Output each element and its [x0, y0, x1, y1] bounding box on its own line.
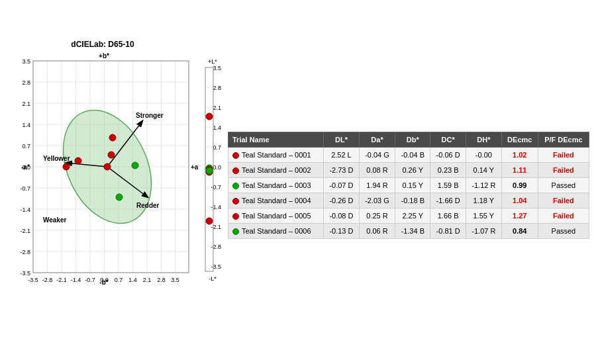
- point-standard: [104, 163, 111, 170]
- cell-dc: 1.59 B: [430, 177, 466, 193]
- cell-db: -0.04 B: [395, 147, 430, 162]
- col-decmc: DEcmc: [501, 132, 538, 147]
- svg-text:-1.4: -1.4: [211, 204, 221, 210]
- green-dot: [232, 183, 239, 189]
- point-0005: [108, 152, 115, 158]
- side-bar: +L* 3.5 2.8 2.1 1.4 0.7 0.0 -0.7 -1.4 -2…: [201, 56, 221, 320]
- svg-text:1.4: 1.4: [22, 122, 30, 128]
- svg-text:-3.5: -3.5: [28, 277, 38, 283]
- point-0001: [63, 163, 70, 170]
- cell-dl: 2.52 L: [324, 147, 360, 162]
- cell-name: Teal Standard – 0001: [228, 147, 324, 162]
- cell-dl: -0.07 D: [324, 177, 360, 193]
- svg-text:0.0: 0.0: [213, 164, 221, 171]
- svg-text:-3.5: -3.5: [211, 263, 221, 270]
- cell-pf: Failed: [538, 193, 589, 208]
- cell-name: Teal Standard – 0006: [228, 224, 324, 239]
- svg-text:0.7: 0.7: [115, 277, 123, 283]
- cell-db: 0.15 Y: [395, 177, 430, 193]
- cell-dc: 1.66 B: [430, 208, 466, 224]
- svg-text:-L*: -L*: [209, 275, 217, 282]
- cell-da: -0.04 G: [359, 147, 395, 162]
- table-row: Teal Standard – 0006 -0.13 D 0.06 R -1.3…: [228, 224, 589, 239]
- svg-text:3.5: 3.5: [213, 65, 221, 71]
- svg-text:Stronger: Stronger: [136, 112, 164, 119]
- col-dl: DL*: [324, 132, 360, 147]
- svg-text:Weaker: Weaker: [43, 216, 67, 224]
- point-0002: [109, 134, 116, 141]
- svg-text:Yellower: Yellower: [43, 155, 70, 162]
- svg-text:+L*: +L*: [208, 58, 217, 65]
- cell-dl: -0.26 D: [324, 193, 360, 208]
- table-row: Teal Standard – 0003 -0.07 D 1.94 R 0.15…: [228, 177, 589, 193]
- sidebar-point-0006: [206, 167, 213, 174]
- cell-decmc: 1.27: [501, 208, 538, 224]
- cell-decmc: 1.04: [501, 193, 538, 208]
- svg-text:-2.8: -2.8: [211, 244, 221, 250]
- main-chart: dCIELab: D65-10 3.5 2.8 2.1 1.4 0.7: [7, 40, 199, 324]
- svg-text:3.5: 3.5: [22, 58, 30, 65]
- cell-dh: -1.12 R: [466, 177, 502, 193]
- svg-text:1.4: 1.4: [213, 124, 221, 131]
- cell-db: -0.18 B: [395, 193, 430, 208]
- col-da: Da*: [359, 132, 395, 147]
- table-row: Teal Standard – 0001 2.52 L -0.04 G -0.0…: [228, 147, 589, 162]
- table-header-row: Trial Name DL* Da* Db* DC* DH* DEcmc P/F…: [228, 132, 589, 147]
- table-row: Teal Standard – 0002 -2.73 D 0.08 R 0.26…: [228, 162, 589, 177]
- sidebar-svg: +L* 3.5 2.8 2.1 1.4 0.7 0.0 -0.7 -1.4 -2…: [201, 56, 224, 327]
- svg-text:-2.1: -2.1: [20, 228, 30, 234]
- cell-name: Teal Standard – 0002: [228, 162, 324, 177]
- cell-da: -2.03 G: [359, 193, 395, 208]
- svg-text:2.1: 2.1: [22, 101, 30, 107]
- cell-dc: -0.06 D: [430, 147, 466, 162]
- cell-dh: 0.14 Y: [466, 162, 502, 177]
- data-table: Trial Name DL* Da* Db* DC* DH* DEcmc P/F…: [228, 132, 589, 240]
- cell-dl: -0.08 D: [324, 208, 360, 224]
- svg-text:-2.8: -2.8: [20, 249, 30, 255]
- svg-text:0.7: 0.7: [22, 143, 30, 150]
- point-0003: [132, 162, 138, 169]
- red-dot: [232, 152, 239, 159]
- cell-da: 0.08 R: [359, 162, 395, 177]
- cell-da: 0.06 R: [359, 224, 395, 239]
- point-0004: [75, 158, 81, 164]
- svg-text:2.8: 2.8: [213, 85, 221, 91]
- svg-text:-0.7: -0.7: [211, 184, 221, 191]
- green-dot: [232, 228, 239, 235]
- cell-dh: 1.18 Y: [466, 193, 502, 208]
- main-container: dCIELab: D65-10 3.5 2.8 2.1 1.4 0.7: [0, 0, 596, 364]
- cell-name: Teal Standard – 0005: [228, 208, 324, 224]
- cell-dc: -1.66 D: [430, 193, 466, 208]
- cell-name: Teal Standard – 0003: [228, 177, 324, 193]
- cell-dh: -0.00: [466, 147, 502, 162]
- chart-title: dCIELab: D65-10: [7, 40, 199, 49]
- cell-pf: Failed: [538, 162, 589, 177]
- cell-dl: -0.13 D: [324, 224, 360, 239]
- svg-text:0.7: 0.7: [213, 144, 221, 151]
- col-dh: DH*: [466, 132, 502, 147]
- col-dc: DC*: [430, 132, 466, 147]
- cell-db: 0.26 Y: [395, 162, 430, 177]
- table-row: Teal Standard – 0005 -0.08 D 0.25 R 2.25…: [228, 208, 589, 224]
- svg-text:2.8: 2.8: [22, 79, 30, 86]
- svg-text:-1.4: -1.4: [71, 277, 81, 283]
- svg-text:2.1: 2.1: [213, 105, 221, 111]
- chart-svg: 3.5 2.8 2.1 1.4 0.7 0.0 -0.7 -1.4 -2.1 -…: [7, 52, 199, 323]
- cell-db: -1.34 B: [395, 224, 430, 239]
- cell-decmc: 0.84: [501, 224, 538, 239]
- cell-decmc: 1.02: [501, 147, 538, 162]
- table-body: Teal Standard – 0001 2.52 L -0.04 G -0.0…: [228, 147, 589, 239]
- svg-text:2.8: 2.8: [157, 277, 166, 283]
- svg-text:-1.4: -1.4: [20, 206, 30, 213]
- col-db: Db*: [395, 132, 430, 147]
- cell-dl: -2.73 D: [324, 162, 360, 177]
- cell-dc: -0.81 D: [430, 224, 466, 239]
- sidebar-point-0001: [206, 113, 213, 120]
- chart-area: dCIELab: D65-10 3.5 2.8 2.1 1.4 0.7: [7, 40, 221, 324]
- chart-inner: 3.5 2.8 2.1 1.4 0.7 0.0 -0.7 -1.4 -2.1 -…: [7, 52, 199, 316]
- cell-db: 2.25 Y: [395, 208, 430, 224]
- cell-pf: Failed: [538, 208, 589, 224]
- svg-text:-3.5: -3.5: [20, 270, 30, 277]
- svg-text:-2.8: -2.8: [42, 277, 53, 283]
- cell-da: 0.25 R: [359, 208, 395, 224]
